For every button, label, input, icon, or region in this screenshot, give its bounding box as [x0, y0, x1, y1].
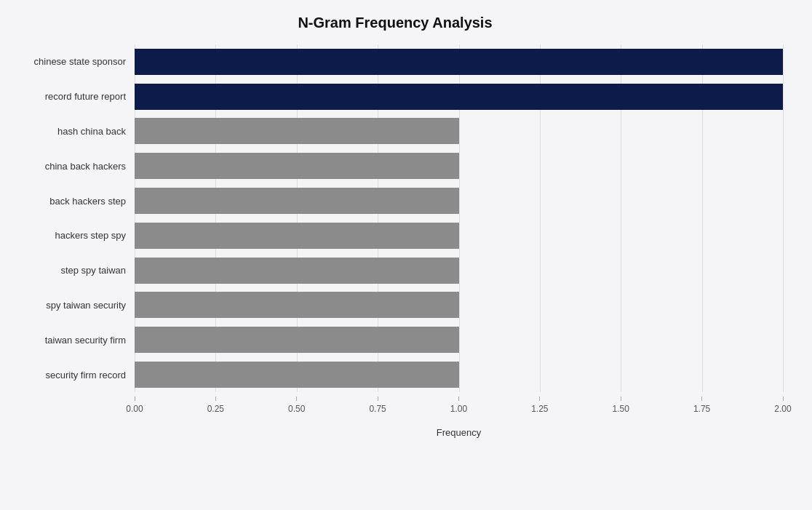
- bar-fill: [135, 258, 459, 284]
- bar-track: [135, 223, 783, 249]
- bar-fill: [135, 292, 459, 318]
- x-tick-line: [539, 397, 540, 401]
- bar-label: back hackers step: [7, 196, 135, 207]
- x-tick-label: 0.50: [288, 404, 305, 414]
- bar-fill: [135, 118, 459, 144]
- bar-label: hash china back: [7, 126, 135, 137]
- bar-track: [135, 292, 783, 318]
- bar-fill: [135, 153, 459, 179]
- bars-section: chinese state sponsorrecord future repor…: [7, 44, 783, 392]
- x-tick-label: 0.00: [126, 404, 143, 414]
- x-tick: 1.50: [609, 397, 632, 414]
- bar-row: record future report: [7, 79, 783, 114]
- x-tick: 1.00: [447, 397, 471, 414]
- x-tick: 2.00: [771, 397, 795, 414]
- bar-label: record future report: [7, 91, 135, 102]
- x-tick-line: [296, 397, 297, 401]
- x-tick-label: 0.25: [207, 404, 224, 414]
- x-tick-line: [215, 397, 216, 401]
- x-tick-line: [458, 397, 459, 401]
- bar-row: hackers step spy: [7, 218, 783, 253]
- bar-track: [135, 84, 783, 110]
- bar-label: china back hackers: [7, 161, 135, 172]
- bar-label: hackers step spy: [7, 230, 135, 241]
- bar-row: security firm record: [7, 357, 783, 392]
- bar-track: [135, 188, 783, 214]
- bar-label: security firm record: [7, 370, 135, 380]
- bar-label: chinese state sponsor: [7, 56, 135, 67]
- bar-row: back hackers step: [7, 183, 783, 218]
- x-axis: 0.000.250.500.751.001.251.501.752.00: [135, 397, 783, 426]
- x-tick: 1.25: [528, 397, 552, 414]
- x-tick-line: [621, 397, 621, 401]
- bar-fill: [135, 327, 459, 353]
- chart-title: N-Gram Frequency Analysis: [7, 15, 783, 31]
- bar-row: spy taiwan security: [7, 288, 783, 323]
- bar-label: step spy taiwan: [7, 265, 135, 276]
- bar-label: spy taiwan security: [7, 300, 135, 311]
- bar-track: [135, 362, 783, 388]
- chart-container: N-Gram Frequency Analysis chinese state …: [0, 0, 812, 510]
- bar-row: china back hackers: [7, 148, 783, 183]
- x-tick-line: [378, 397, 378, 401]
- bar-track: [135, 258, 783, 284]
- bar-row: hash china back: [7, 114, 783, 149]
- bar-fill: [135, 223, 459, 249]
- x-tick-label: 1.25: [531, 404, 548, 414]
- x-tick: 0.00: [123, 397, 146, 414]
- grid-line: [783, 44, 784, 392]
- x-tick-label: 1.75: [693, 404, 710, 414]
- bar-track: [135, 118, 783, 144]
- x-tick: 0.75: [366, 397, 389, 414]
- x-axis-title: Frequency: [135, 427, 783, 438]
- x-tick: 1.75: [690, 397, 714, 414]
- bar-row: taiwan security firm: [7, 322, 783, 357]
- bar-fill: [135, 362, 459, 388]
- x-tick-label: 1.00: [450, 404, 467, 414]
- chart-area: chinese state sponsorrecord future repor…: [7, 44, 783, 438]
- bar-label: taiwan security firm: [7, 335, 135, 346]
- x-tick: 0.25: [204, 397, 227, 414]
- bar-fill: [135, 49, 783, 75]
- x-tick-line: [135, 397, 135, 401]
- x-tick-line: [701, 397, 702, 401]
- bar-track: [135, 327, 783, 353]
- x-tick: 0.50: [285, 397, 309, 414]
- bar-fill: [135, 188, 459, 214]
- bar-track: [135, 49, 783, 75]
- bar-fill: [135, 84, 783, 110]
- x-tick-label: 1.50: [613, 404, 629, 414]
- bar-track: [135, 153, 783, 179]
- x-tick-line: [783, 397, 784, 401]
- x-tick-label: 0.75: [369, 404, 386, 414]
- x-tick-label: 2.00: [774, 404, 791, 414]
- bar-row: step spy taiwan: [7, 253, 783, 288]
- bar-row: chinese state sponsor: [7, 44, 783, 79]
